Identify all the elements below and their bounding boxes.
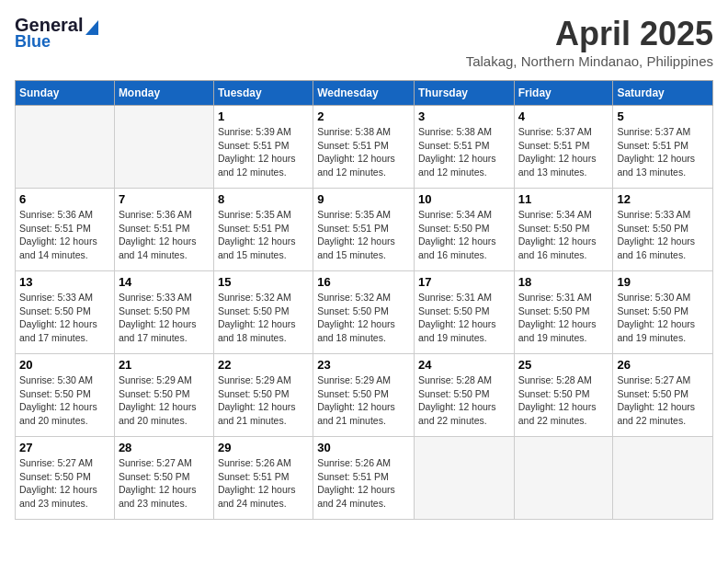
day-number: 5	[617, 109, 709, 123]
calendar-body: 1 Sunrise: 5:39 AMSunset: 5:51 PMDayligh…	[16, 106, 713, 520]
calendar-cell: 13 Sunrise: 5:33 AMSunset: 5:50 PMDaylig…	[16, 271, 115, 354]
day-info: Sunrise: 5:34 AMSunset: 5:50 PMDaylight:…	[518, 209, 597, 260]
day-number: 12	[617, 192, 709, 206]
day-number: 15	[218, 275, 309, 289]
day-info: Sunrise: 5:32 AMSunset: 5:50 PMDaylight:…	[317, 292, 395, 343]
calendar-week-4: 20 Sunrise: 5:30 AMSunset: 5:50 PMDaylig…	[16, 354, 713, 437]
day-info: Sunrise: 5:31 AMSunset: 5:50 PMDaylight:…	[518, 292, 597, 343]
calendar-cell: 22 Sunrise: 5:29 AMSunset: 5:50 PMDaylig…	[213, 354, 313, 437]
calendar-week-3: 13 Sunrise: 5:33 AMSunset: 5:50 PMDaylig…	[16, 271, 713, 354]
calendar-cell: 20 Sunrise: 5:30 AMSunset: 5:50 PMDaylig…	[16, 354, 115, 437]
col-header-saturday: Saturday	[613, 81, 713, 106]
day-info: Sunrise: 5:27 AMSunset: 5:50 PMDaylight:…	[119, 457, 197, 509]
day-number: 30	[317, 441, 410, 454]
day-number: 16	[317, 275, 410, 289]
day-number: 8	[218, 192, 309, 206]
day-info: Sunrise: 5:26 AMSunset: 5:51 PMDaylight:…	[317, 457, 395, 509]
day-info: Sunrise: 5:28 AMSunset: 5:50 PMDaylight:…	[518, 374, 597, 426]
day-number: 3	[418, 109, 510, 123]
day-number: 10	[418, 192, 510, 206]
calendar-cell: 30 Sunrise: 5:26 AMSunset: 5:51 PMDaylig…	[313, 437, 415, 520]
col-header-monday: Monday	[114, 81, 213, 106]
calendar-cell: 4 Sunrise: 5:37 AMSunset: 5:51 PMDayligh…	[514, 106, 613, 189]
day-info: Sunrise: 5:34 AMSunset: 5:50 PMDaylight:…	[418, 209, 496, 260]
day-info: Sunrise: 5:33 AMSunset: 5:50 PMDaylight:…	[617, 209, 695, 260]
day-number: 2	[317, 109, 410, 123]
day-info: Sunrise: 5:35 AMSunset: 5:51 PMDaylight:…	[218, 209, 296, 260]
location-title: Talakag, Northern Mindanao, Philippines	[466, 53, 713, 69]
day-info: Sunrise: 5:33 AMSunset: 5:50 PMDaylight:…	[119, 292, 197, 343]
day-info: Sunrise: 5:38 AMSunset: 5:51 PMDaylight:…	[317, 126, 395, 178]
calendar-cell: 7 Sunrise: 5:36 AMSunset: 5:51 PMDayligh…	[114, 189, 213, 271]
calendar-cell	[613, 437, 713, 520]
day-number: 7	[119, 192, 210, 206]
calendar-cell: 16 Sunrise: 5:32 AMSunset: 5:50 PMDaylig…	[313, 271, 415, 354]
day-number: 11	[518, 192, 609, 206]
day-info: Sunrise: 5:29 AMSunset: 5:50 PMDaylight:…	[218, 374, 296, 426]
day-info: Sunrise: 5:29 AMSunset: 5:50 PMDaylight:…	[317, 374, 395, 426]
day-number: 23	[317, 358, 410, 372]
calendar-cell: 2 Sunrise: 5:38 AMSunset: 5:51 PMDayligh…	[313, 106, 415, 189]
calendar-cell: 11 Sunrise: 5:34 AMSunset: 5:50 PMDaylig…	[514, 189, 613, 271]
day-info: Sunrise: 5:32 AMSunset: 5:50 PMDaylight:…	[218, 292, 296, 343]
calendar-week-5: 27 Sunrise: 5:27 AMSunset: 5:50 PMDaylig…	[16, 437, 713, 520]
day-info: Sunrise: 5:29 AMSunset: 5:50 PMDaylight:…	[119, 374, 197, 426]
calendar-cell: 3 Sunrise: 5:38 AMSunset: 5:51 PMDayligh…	[414, 106, 514, 189]
day-number: 1	[218, 109, 309, 123]
page-header: General Blue April 2025 Talakag, Norther…	[15, 15, 713, 69]
calendar-cell: 24 Sunrise: 5:28 AMSunset: 5:50 PMDaylig…	[414, 354, 514, 437]
day-info: Sunrise: 5:26 AMSunset: 5:51 PMDaylight:…	[218, 457, 296, 509]
day-number: 29	[218, 441, 309, 454]
day-number: 28	[119, 441, 210, 454]
logo-icon	[85, 17, 98, 35]
calendar-cell: 15 Sunrise: 5:32 AMSunset: 5:50 PMDaylig…	[213, 271, 313, 354]
calendar-cell	[514, 437, 613, 520]
svg-marker-0	[85, 20, 98, 35]
day-info: Sunrise: 5:28 AMSunset: 5:50 PMDaylight:…	[418, 374, 496, 426]
calendar-cell: 12 Sunrise: 5:33 AMSunset: 5:50 PMDaylig…	[613, 189, 713, 271]
calendar-week-1: 1 Sunrise: 5:39 AMSunset: 5:51 PMDayligh…	[16, 106, 713, 189]
calendar-cell: 9 Sunrise: 5:35 AMSunset: 5:51 PMDayligh…	[313, 189, 415, 271]
col-header-wednesday: Wednesday	[313, 81, 415, 106]
day-info: Sunrise: 5:37 AMSunset: 5:51 PMDaylight:…	[518, 126, 597, 178]
logo: General Blue	[15, 15, 99, 52]
calendar-cell	[414, 437, 514, 520]
day-info: Sunrise: 5:36 AMSunset: 5:51 PMDaylight:…	[19, 209, 97, 260]
day-number: 14	[119, 275, 210, 289]
day-number: 25	[518, 358, 609, 372]
calendar-cell	[114, 106, 213, 189]
calendar-cell: 26 Sunrise: 5:27 AMSunset: 5:50 PMDaylig…	[613, 354, 713, 437]
day-number: 13	[19, 275, 110, 289]
calendar-cell: 23 Sunrise: 5:29 AMSunset: 5:50 PMDaylig…	[313, 354, 415, 437]
col-header-thursday: Thursday	[414, 81, 514, 106]
day-info: Sunrise: 5:27 AMSunset: 5:50 PMDaylight:…	[19, 457, 97, 509]
col-header-tuesday: Tuesday	[213, 81, 313, 106]
day-number: 27	[19, 441, 110, 454]
day-number: 9	[317, 192, 410, 206]
calendar-cell: 1 Sunrise: 5:39 AMSunset: 5:51 PMDayligh…	[213, 106, 313, 189]
day-info: Sunrise: 5:31 AMSunset: 5:50 PMDaylight:…	[418, 292, 496, 343]
title-section: April 2025 Talakag, Northern Mindanao, P…	[466, 15, 713, 69]
col-header-friday: Friday	[514, 81, 613, 106]
calendar-cell: 17 Sunrise: 5:31 AMSunset: 5:50 PMDaylig…	[414, 271, 514, 354]
calendar-cell: 19 Sunrise: 5:30 AMSunset: 5:50 PMDaylig…	[613, 271, 713, 354]
day-info: Sunrise: 5:27 AMSunset: 5:50 PMDaylight:…	[617, 374, 695, 426]
day-info: Sunrise: 5:38 AMSunset: 5:51 PMDaylight:…	[418, 126, 496, 178]
col-header-sunday: Sunday	[16, 81, 115, 106]
calendar-cell: 10 Sunrise: 5:34 AMSunset: 5:50 PMDaylig…	[414, 189, 514, 271]
calendar-table: SundayMondayTuesdayWednesdayThursdayFrid…	[15, 80, 713, 520]
day-info: Sunrise: 5:30 AMSunset: 5:50 PMDaylight:…	[617, 292, 695, 343]
month-title: April 2025	[466, 15, 713, 53]
calendar-cell: 6 Sunrise: 5:36 AMSunset: 5:51 PMDayligh…	[16, 189, 115, 271]
day-info: Sunrise: 5:37 AMSunset: 5:51 PMDaylight:…	[617, 126, 695, 178]
day-number: 24	[418, 358, 510, 372]
calendar-cell: 18 Sunrise: 5:31 AMSunset: 5:50 PMDaylig…	[514, 271, 613, 354]
calendar-cell: 27 Sunrise: 5:27 AMSunset: 5:50 PMDaylig…	[16, 437, 115, 520]
day-number: 18	[518, 275, 609, 289]
calendar-cell: 28 Sunrise: 5:27 AMSunset: 5:50 PMDaylig…	[114, 437, 213, 520]
calendar-cell	[16, 106, 115, 189]
day-info: Sunrise: 5:33 AMSunset: 5:50 PMDaylight:…	[19, 292, 97, 343]
calendar-cell: 5 Sunrise: 5:37 AMSunset: 5:51 PMDayligh…	[613, 106, 713, 189]
day-info: Sunrise: 5:30 AMSunset: 5:50 PMDaylight:…	[19, 374, 97, 426]
logo-blue: Blue	[15, 32, 51, 51]
